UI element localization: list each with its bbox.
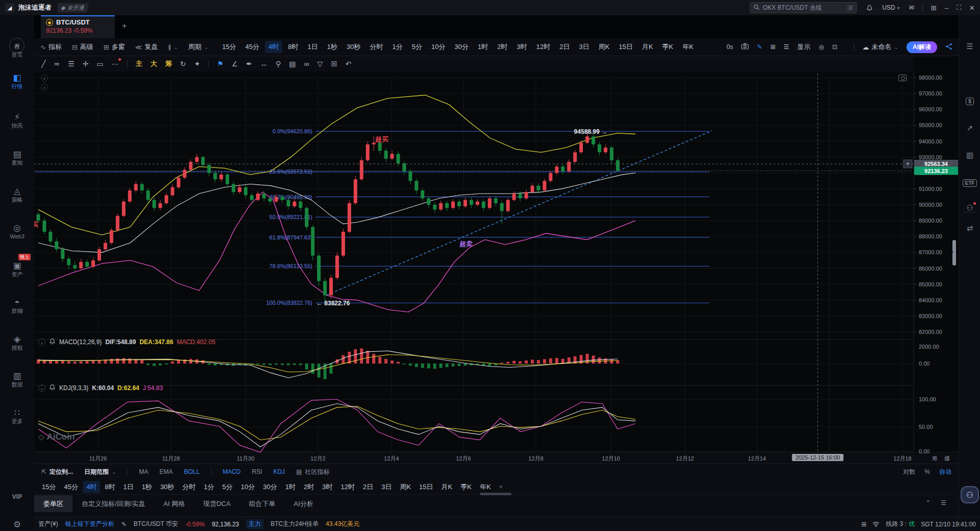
- community-indicators-button[interactable]: ▤社区指标: [296, 468, 329, 476]
- timeframe-分时[interactable]: 分时: [366, 41, 386, 53]
- indicator-toggle-MACD[interactable]: MACD: [223, 468, 240, 475]
- timeframe-4时[interactable]: 4时: [265, 41, 282, 53]
- chart-style-selector[interactable]: ≬⌄: [168, 43, 178, 51]
- sidebar-item-资产[interactable]: ▣资产链上: [0, 261, 34, 278]
- panel-collapse-handle[interactable]: [952, 240, 956, 266]
- chip-label[interactable]: 筹: [165, 59, 172, 68]
- timeframe-年K[interactable]: 年K: [679, 41, 697, 53]
- bottom-timeframe-年K[interactable]: 年K: [476, 481, 495, 493]
- timeframe-5分[interactable]: 5分: [408, 41, 426, 53]
- bottom-timeframe-分时[interactable]: 分时: [179, 481, 199, 493]
- bottom-tab-AI 网格[interactable]: AI 网格: [154, 495, 194, 512]
- etf-icon[interactable]: ETF: [959, 178, 980, 187]
- bottom-timeframe-周K[interactable]: 周K: [396, 481, 414, 493]
- ai-analysis-button[interactable]: AI解读: [906, 41, 937, 53]
- collapse-chevron-icon[interactable]: ⌃: [925, 499, 930, 506]
- lock-icon[interactable]: ⚲: [276, 60, 281, 68]
- measure-icon[interactable]: ↔: [260, 60, 267, 68]
- display-button[interactable]: 显示: [797, 42, 811, 52]
- bottom-timeframe-1时[interactable]: 1时: [282, 481, 299, 493]
- form-edit-icon[interactable]: ▤: [289, 60, 296, 68]
- bottom-timeframe-5分[interactable]: 5分: [219, 481, 236, 493]
- scale-option-对数[interactable]: 对数: [903, 468, 915, 476]
- bottom-timeframe-8时[interactable]: 8时: [101, 481, 118, 493]
- bottom-timeframe-12时[interactable]: 12时: [337, 481, 358, 493]
- chart-area[interactable]: 98000.0097000.0096000.0095000.0094000.00…: [34, 71, 959, 454]
- market-trend-icon[interactable]: ↗: [959, 124, 980, 133]
- trendline-icon[interactable]: ╱: [41, 60, 45, 68]
- sidebar-item-群聊[interactable]: ◓群聊: [0, 298, 34, 315]
- bottom-timeframe-月K[interactable]: 月K: [438, 481, 456, 493]
- alert-bell-icon[interactable]: [49, 384, 56, 392]
- maximize-button[interactable]: ⛶: [957, 4, 961, 12]
- timeframe-10分[interactable]: 10分: [428, 41, 449, 53]
- chart-snapshot-icon[interactable]: [898, 75, 906, 81]
- sidebar-item-Web3[interactable]: ◎Web3: [0, 223, 34, 240]
- ruler-icon[interactable]: ∠: [232, 60, 238, 68]
- indicator-toggle-EMA[interactable]: EMA: [159, 468, 173, 475]
- multi-line-icon[interactable]: ☰: [68, 60, 75, 68]
- timeframe-1时[interactable]: 1时: [474, 41, 492, 53]
- period-selector[interactable]: 周期⌄: [188, 42, 208, 52]
- bottom-timeframe-15日[interactable]: 15日: [415, 481, 436, 493]
- main-force-tag[interactable]: 主力: [246, 519, 263, 529]
- bottom-timeframe-10分[interactable]: 10分: [237, 481, 258, 493]
- timeframe-8时[interactable]: 8时: [284, 41, 302, 53]
- timeframe-2时[interactable]: 2时: [494, 41, 511, 53]
- price-chart-canvas[interactable]: 98000.0097000.0096000.0095000.0094000.00…: [34, 71, 959, 454]
- share-icon[interactable]: [945, 43, 952, 52]
- bottom-tab-组合下单[interactable]: 组合下单: [240, 495, 285, 512]
- assets-label[interactable]: 资产(¥): [38, 520, 58, 528]
- indicator-toggle-RSI[interactable]: RSI: [252, 468, 262, 475]
- expand-objects-icon[interactable]: ›: [41, 84, 48, 91]
- sidebar-item-快讯[interactable]: ⚡快讯: [0, 112, 34, 129]
- pen-icon[interactable]: ✒: [246, 60, 252, 68]
- timeframe-1日[interactable]: 1日: [304, 41, 322, 53]
- timeframe-30分[interactable]: 30分: [451, 41, 472, 53]
- sidebar-item-授权[interactable]: ◈授权: [0, 334, 34, 351]
- list-menu-icon[interactable]: ☰: [783, 43, 789, 51]
- timeframe-月K[interactable]: 月K: [639, 41, 657, 53]
- multiwindow-button[interactable]: ⊞多窗: [104, 42, 125, 52]
- timeframe-3日[interactable]: 3日: [575, 41, 593, 53]
- bottom-timeframe-1日[interactable]: 1日: [119, 481, 137, 493]
- mail-icon[interactable]: ✉: [909, 4, 914, 11]
- indicator-toggle-BOLL[interactable]: BOLL: [184, 468, 200, 475]
- bottom-timeframe-1秒[interactable]: 1秒: [138, 481, 156, 493]
- timeframe-季K[interactable]: 季K: [658, 41, 677, 53]
- collapse-panel-icon[interactable]: ⌄: [38, 384, 45, 392]
- indicator-toggle-KDJ[interactable]: KDJ: [274, 468, 285, 475]
- add-tab-button[interactable]: +: [122, 21, 127, 31]
- screenshot-camera-icon[interactable]: [741, 43, 749, 51]
- money-icon[interactable]: $: [959, 96, 980, 105]
- chain-analysis-link[interactable]: 链上链下资产分析: [65, 520, 114, 528]
- panel-menu-icon[interactable]: ☰: [941, 499, 946, 506]
- layout-selector[interactable]: ☁未命名⌄: [863, 42, 898, 52]
- ai-assistant-robot-icon[interactable]: ⚇: [961, 486, 979, 503]
- tab-btc-usdt[interactable]: ◆BTC/USDT 92136.23 -0.59%: [41, 15, 115, 38]
- collapse-panel-icon[interactable]: ⌄: [38, 339, 45, 346]
- sidebar-item-要闻[interactable]: ▤要闻: [0, 150, 34, 166]
- bottom-timeframe-3日[interactable]: 3日: [378, 481, 395, 493]
- timeframe-15日[interactable]: 15日: [615, 41, 636, 53]
- bookmark-icon[interactable]: ⚑: [217, 60, 224, 68]
- bottom-timeframe-30分[interactable]: 30分: [259, 481, 280, 493]
- time-axis[interactable]: 11月2611月2811月3012月212月412月612月812月1012月1…: [34, 453, 959, 464]
- notifications-bell-icon[interactable]: [866, 5, 873, 11]
- account-status-badge[interactable]: ◆未开通: [58, 3, 89, 13]
- bottom-timeframe-2日[interactable]: 2日: [359, 481, 377, 493]
- locate-button[interactable]: ⇱定位到...: [41, 468, 73, 476]
- close-button[interactable]: ✕: [969, 4, 975, 12]
- bottom-timeframe-2时[interactable]: 2时: [300, 481, 317, 493]
- undo-icon[interactable]: ↶: [346, 60, 352, 68]
- bar-chart-icon[interactable]: ▥: [959, 151, 980, 160]
- close-timeframe-row-icon[interactable]: ×: [496, 481, 507, 492]
- main-chart-label[interactable]: 主: [136, 59, 142, 68]
- timeframe-周K[interactable]: 周K: [595, 41, 614, 53]
- panel-list-icon[interactable]: ☰: [959, 42, 980, 51]
- replay-button[interactable]: ≪复盘: [135, 42, 158, 52]
- timeframe-15分[interactable]: 15分: [218, 41, 239, 53]
- cross-icon[interactable]: ✛: [83, 60, 89, 68]
- bottom-timeframe-4时[interactable]: 4时: [83, 481, 100, 493]
- network-line-status[interactable]: 线路 3 : 优: [886, 520, 915, 528]
